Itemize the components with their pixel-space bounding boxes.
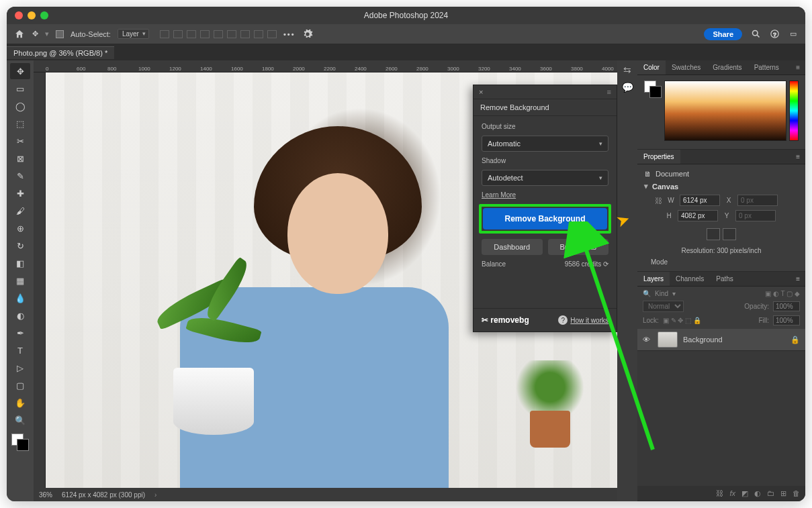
link-layers-icon[interactable]: ⛓ [716, 489, 723, 497]
minimize-window-icon[interactable] [28, 11, 36, 19]
blur-tool-icon[interactable]: 💧 [10, 290, 30, 306]
dodge-tool-icon[interactable]: ◐ [10, 307, 30, 323]
panel-icon[interactable]: 💬 [622, 82, 633, 93]
adjustment-icon[interactable]: ◐ [754, 489, 761, 498]
layer-name[interactable]: Background [683, 336, 723, 344]
tab-swatches[interactable]: Swatches [666, 60, 707, 74]
align-icons-group [160, 30, 277, 38]
align-icon[interactable] [254, 30, 263, 38]
align-icon[interactable] [187, 30, 196, 38]
panel-menu-icon[interactable]: ≡ [791, 272, 805, 286]
tab-patterns[interactable]: Patterns [748, 60, 785, 74]
refresh-icon[interactable]: ⟳ [603, 260, 608, 268]
move-tool-icon[interactable]: ✥ [32, 30, 38, 38]
canvas[interactable]: ×≡ Remove Background Output size Automat… [46, 72, 617, 488]
layer-row[interactable]: 👁 Background 🔒 [637, 329, 805, 351]
tab-paths[interactable]: Paths [710, 272, 739, 286]
workspace-icon[interactable]: ▭ [788, 29, 799, 40]
opacity-field [773, 301, 800, 311]
hand-tool-icon[interactable]: ✋ [10, 395, 30, 411]
color-field[interactable] [664, 81, 786, 141]
layer-list: 👁 Background 🔒 [637, 329, 805, 486]
mini-swatch[interactable] [644, 81, 662, 98]
auto-select-target-dropdown[interactable]: Layer [118, 29, 149, 39]
shadow-dropdown[interactable]: Autodetect [482, 170, 608, 186]
trash-icon[interactable]: 🗑 [793, 489, 800, 497]
close-window-icon[interactable] [15, 11, 23, 19]
panel-icon[interactable]: ⇆ [623, 64, 631, 75]
align-icon[interactable] [240, 30, 250, 38]
collapsed-panel-strip: ⇆ 💬 [617, 60, 637, 501]
zoom-tool-icon[interactable]: 🔍 [10, 412, 30, 428]
shape-tool-icon[interactable]: ▢ [10, 377, 30, 393]
more-icon[interactable]: ••• [283, 30, 296, 38]
home-button[interactable] [13, 28, 26, 40]
link-icon[interactable]: ⛓ [655, 197, 662, 205]
visibility-icon[interactable]: 👁 [643, 336, 652, 344]
close-icon[interactable]: × [479, 88, 483, 96]
eraser-tool-icon[interactable]: ◧ [10, 255, 30, 271]
how-it-works-link[interactable]: How it works [558, 315, 608, 325]
tab-gradients[interactable]: Gradients [707, 60, 748, 74]
gear-icon[interactable] [302, 29, 313, 40]
gradient-tool-icon[interactable]: ▦ [10, 272, 30, 289]
mask-icon[interactable]: ◩ [741, 489, 748, 498]
stamp-tool-icon[interactable]: ⊕ [10, 220, 30, 236]
tab-color[interactable]: Color [637, 60, 666, 74]
marquee-tool-icon[interactable]: ▭ [10, 81, 30, 97]
align-icon[interactable] [267, 30, 277, 38]
hue-slider[interactable] [789, 81, 799, 141]
panel-menu-icon[interactable]: ≡ [791, 60, 805, 74]
learn-more-link[interactable]: Learn More [482, 191, 608, 199]
align-icon[interactable] [173, 30, 183, 38]
auto-select-label: Auto-Select: [71, 30, 111, 38]
fx-icon[interactable]: fx [729, 489, 735, 497]
align-icon[interactable] [214, 30, 223, 38]
align-icon[interactable] [200, 30, 210, 38]
frame-tool-icon[interactable]: ⊠ [10, 150, 30, 166]
orientation-portrait-icon[interactable] [707, 228, 720, 240]
search-icon[interactable] [750, 29, 761, 40]
orientation-landscape-icon[interactable] [723, 228, 736, 240]
align-icon[interactable] [160, 30, 169, 38]
brush-tool-icon[interactable]: 🖌 [10, 203, 30, 219]
lock-icon[interactable]: 🔒 [791, 336, 800, 344]
object-select-tool-icon[interactable]: ⬚ [10, 115, 30, 132]
color-swatch[interactable] [11, 434, 29, 451]
height-field[interactable] [678, 210, 718, 221]
ruler-horizontal: 0600800100012001400160018002000220024002… [34, 60, 617, 72]
group-icon[interactable]: 🗀 [767, 489, 774, 497]
move-tool-icon[interactable]: ✥ [10, 63, 30, 79]
tab-properties[interactable]: Properties [637, 150, 680, 164]
panel-menu-icon[interactable]: ≡ [791, 150, 805, 164]
zoom-window-icon[interactable] [40, 11, 48, 19]
ruler-vertical [34, 72, 46, 488]
share-button[interactable]: Share [704, 28, 742, 40]
lasso-tool-icon[interactable]: ◯ [10, 98, 30, 114]
path-select-tool-icon[interactable]: ▷ [10, 360, 30, 376]
buy-credits-button[interactable]: Buy credits [548, 239, 609, 255]
crop-tool-icon[interactable]: ✂ [10, 133, 30, 149]
remove-background-button[interactable]: Remove Background [483, 208, 607, 230]
dashboard-button[interactable]: Dashboard [482, 239, 543, 255]
document-icon: 🗎 [644, 170, 651, 178]
layer-thumbnail[interactable] [658, 332, 678, 348]
highlight-annotation: Remove Background [479, 204, 611, 234]
auto-select-checkbox[interactable] [56, 30, 64, 38]
healing-tool-icon[interactable]: ✚ [10, 185, 30, 201]
eyedropper-tool-icon[interactable]: ✎ [10, 168, 30, 184]
align-icon[interactable] [227, 30, 236, 38]
output-size-dropdown[interactable]: Automatic [482, 136, 608, 152]
pen-tool-icon[interactable]: ✒ [10, 325, 30, 341]
tab-channels[interactable]: Channels [670, 272, 710, 286]
layer-filter-kind[interactable]: Kind [655, 290, 668, 297]
history-brush-tool-icon[interactable]: ↻ [10, 238, 30, 254]
tab-layers[interactable]: Layers [637, 272, 670, 286]
document-tab[interactable]: Photo.png @ 36% (RGB/8) * [7, 46, 114, 59]
help-icon[interactable]: ? [769, 29, 780, 40]
type-tool-icon[interactable]: T [10, 342, 30, 358]
width-field[interactable] [680, 195, 720, 206]
new-layer-icon[interactable]: ⊞ [780, 489, 786, 498]
canvas-section-label: Canvas [652, 183, 678, 191]
zoom-level[interactable]: 36% [39, 491, 52, 499]
